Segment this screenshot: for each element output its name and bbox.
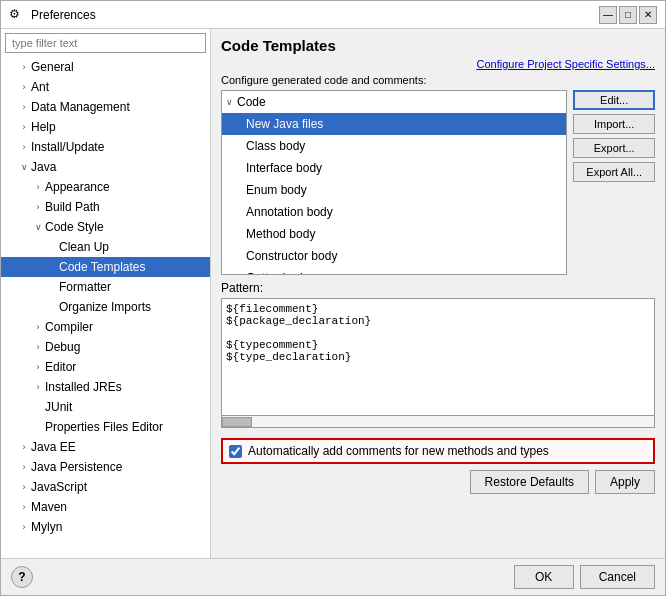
- sidebar-item-label: Installed JREs: [45, 378, 122, 396]
- template-item-constructor-body[interactable]: Constructor body: [222, 245, 566, 267]
- sidebar-item-properties-files-editor[interactable]: Properties Files Editor: [1, 417, 210, 437]
- pattern-hscrollbar[interactable]: [221, 416, 655, 428]
- sidebar-item-compiler[interactable]: › Compiler: [1, 317, 210, 337]
- sidebar-item-help[interactable]: › Help: [1, 117, 210, 137]
- templates-container: ∨ Code New Java files Class body Interfa…: [221, 90, 655, 275]
- main-area: › General › Ant › Data Management › Help: [1, 29, 665, 558]
- sidebar-item-editor[interactable]: › Editor: [1, 357, 210, 377]
- expand-arrow: ›: [31, 198, 45, 216]
- template-root-label: Code: [237, 93, 266, 111]
- sidebar-item-code-templates[interactable]: Code Templates: [1, 257, 210, 277]
- auto-comments-checkbox[interactable]: [229, 445, 242, 458]
- templates-list: ∨ Code New Java files Class body Interfa…: [221, 90, 567, 275]
- expand-arrow: ›: [17, 98, 31, 116]
- sidebar-item-label: Maven: [31, 498, 67, 516]
- content-area: Code Templates Configure Project Specifi…: [211, 29, 665, 558]
- list-content[interactable]: ∨ Code New Java files Class body Interfa…: [222, 91, 566, 274]
- sidebar-item-java[interactable]: ∨ Java: [1, 157, 210, 177]
- expand-arrow: ∨: [31, 218, 45, 236]
- template-item-annotation-body[interactable]: Annotation body: [222, 201, 566, 223]
- sidebar-item-appearance[interactable]: › Appearance: [1, 177, 210, 197]
- sidebar-item-installed-jres[interactable]: › Installed JREs: [1, 377, 210, 397]
- action-buttons: Restore Defaults Apply: [221, 470, 655, 494]
- sidebar-item-label: Editor: [45, 358, 76, 376]
- sidebar-item-junit[interactable]: JUnit: [1, 397, 210, 417]
- side-buttons: Edit... Import... Export... Export All..…: [573, 90, 655, 275]
- sidebar-item-label: Formatter: [59, 278, 111, 296]
- footer-bar: ? OK Cancel: [1, 558, 665, 595]
- sidebar-item-ant[interactable]: › Ant: [1, 77, 210, 97]
- sidebar-item-debug[interactable]: › Debug: [1, 337, 210, 357]
- expand-arrow-icon: ∨: [226, 93, 233, 111]
- import-button[interactable]: Import...: [573, 114, 655, 134]
- pattern-label: Pattern:: [221, 281, 655, 295]
- edit-button[interactable]: Edit...: [573, 90, 655, 110]
- sidebar-item-label: Code Templates: [59, 258, 146, 276]
- help-button[interactable]: ?: [11, 566, 33, 588]
- sidebar-item-label: Mylyn: [31, 518, 62, 536]
- expand-arrow: ›: [17, 478, 31, 496]
- template-item-enum-body[interactable]: Enum body: [222, 179, 566, 201]
- sidebar-item-label: Appearance: [45, 178, 110, 196]
- sidebar-item-label: General: [31, 58, 74, 76]
- expand-arrow: ›: [31, 378, 45, 396]
- sidebar-item-maven[interactable]: › Maven: [1, 497, 210, 517]
- sidebar-item-mylyn[interactable]: › Mylyn: [1, 517, 210, 537]
- sidebar-item-clean-up[interactable]: Clean Up: [1, 237, 210, 257]
- filter-input[interactable]: [5, 33, 206, 53]
- expand-arrow: ›: [17, 138, 31, 156]
- maximize-button[interactable]: □: [619, 6, 637, 24]
- sidebar-item-label: Clean Up: [59, 238, 109, 256]
- template-item-getter-body[interactable]: Getter body: [222, 267, 566, 274]
- template-root-code[interactable]: ∨ Code: [222, 91, 566, 113]
- expand-arrow: ›: [31, 338, 45, 356]
- expand-arrow: ∨: [17, 158, 31, 176]
- sidebar-item-label: Help: [31, 118, 56, 136]
- sidebar-item-java-persistence[interactable]: › Java Persistence: [1, 457, 210, 477]
- template-item-interface-body[interactable]: Interface body: [222, 157, 566, 179]
- apply-button[interactable]: Apply: [595, 470, 655, 494]
- template-item-method-body[interactable]: Method body: [222, 223, 566, 245]
- expand-arrow: ›: [17, 518, 31, 536]
- sidebar-item-label: Organize Imports: [59, 298, 151, 316]
- template-item-new-java-files[interactable]: New Java files: [222, 113, 566, 135]
- sidebar-item-label: Build Path: [45, 198, 100, 216]
- sidebar-item-label: Properties Files Editor: [45, 418, 163, 436]
- minimize-button[interactable]: —: [599, 6, 617, 24]
- cancel-button[interactable]: Cancel: [580, 565, 655, 589]
- sidebar-item-install-update[interactable]: › Install/Update: [1, 137, 210, 157]
- ok-button[interactable]: OK: [514, 565, 574, 589]
- expand-arrow: ›: [31, 178, 45, 196]
- expand-arrow: ›: [31, 318, 45, 336]
- sidebar-item-organize-imports[interactable]: Organize Imports: [1, 297, 210, 317]
- sidebar-item-javascript[interactable]: › JavaScript: [1, 477, 210, 497]
- sidebar-item-label: Install/Update: [31, 138, 104, 156]
- sidebar-item-label: Ant: [31, 78, 49, 96]
- hscrollbar-thumb: [222, 417, 252, 427]
- sidebar-item-general[interactable]: › General: [1, 57, 210, 77]
- checkbox-label: Automatically add comments for new metho…: [248, 444, 549, 458]
- sidebar-item-java-ee[interactable]: › Java EE: [1, 437, 210, 457]
- restore-defaults-button[interactable]: Restore Defaults: [470, 470, 589, 494]
- sidebar-item-data-management[interactable]: › Data Management: [1, 97, 210, 117]
- expand-arrow: ›: [17, 58, 31, 76]
- expand-arrow: ›: [17, 438, 31, 456]
- export-button[interactable]: Export...: [573, 138, 655, 158]
- sidebar-item-build-path[interactable]: › Build Path: [1, 197, 210, 217]
- configure-project-link[interactable]: Configure Project Specific Settings...: [221, 58, 655, 70]
- sidebar-item-label: Code Style: [45, 218, 104, 236]
- templates-list-scroll: ∨ Code New Java files Class body Interfa…: [222, 91, 566, 274]
- content-title: Code Templates: [221, 37, 655, 54]
- sidebar-item-label: Java: [31, 158, 56, 176]
- sidebar-item-code-style[interactable]: ∨ Code Style: [1, 217, 210, 237]
- sidebar-item-formatter[interactable]: Formatter: [1, 277, 210, 297]
- close-button[interactable]: ✕: [639, 6, 657, 24]
- export-all-button[interactable]: Export All...: [573, 162, 655, 182]
- template-item-class-body[interactable]: Class body: [222, 135, 566, 157]
- sidebar-item-label: Data Management: [31, 98, 130, 116]
- sidebar-item-label: JavaScript: [31, 478, 87, 496]
- pattern-content[interactable]: ${filecomment} ${package_declaration} ${…: [221, 298, 655, 416]
- expand-arrow: ›: [17, 78, 31, 96]
- tree-area: › General › Ant › Data Management › Help: [1, 57, 210, 558]
- checkbox-row: Automatically add comments for new metho…: [221, 438, 655, 464]
